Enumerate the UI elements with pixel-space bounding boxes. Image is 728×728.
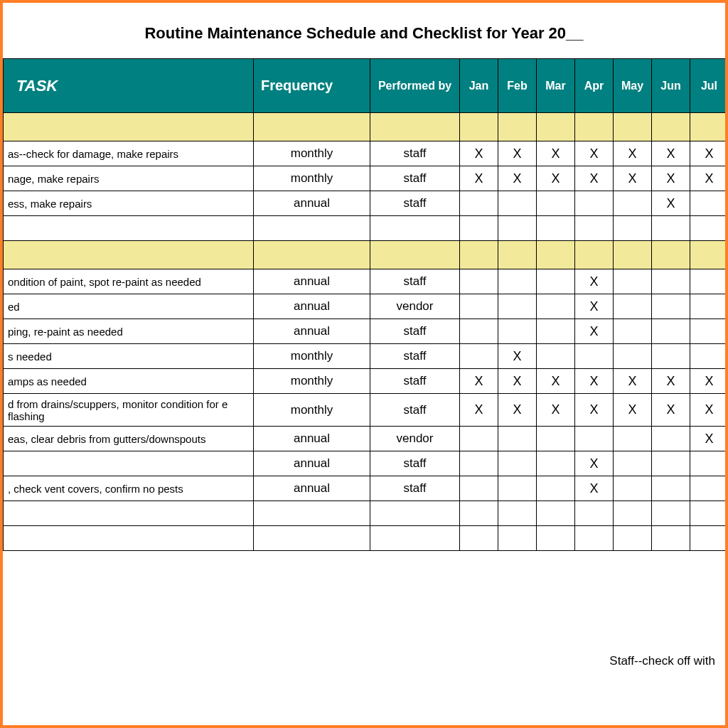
month-cell: X [690,369,729,394]
task-cell: nage, make repairs [4,166,254,191]
month-cell [690,344,729,369]
task-cell [4,501,254,526]
divider-cell [652,241,690,269]
month-cell [652,427,690,451]
task-cell: , check vent covers, confirm no pests [4,476,254,501]
month-cell [460,269,498,294]
month-cell: X [537,166,575,191]
month-cell: X [652,191,690,216]
month-cell: X [575,476,614,501]
month-cell [652,344,690,369]
header-month: Jun [652,59,690,113]
section-divider [4,241,729,269]
task-cell [4,526,254,551]
header-frequency: Frequency [254,59,370,113]
month-cell [652,294,690,319]
month-cell: X [537,394,575,427]
table-row: edannualvendorX [4,294,729,319]
month-cell [614,216,652,241]
month-cell [498,269,537,294]
divider-cell [4,241,254,269]
header-month: Apr [575,59,614,113]
month-cell [652,476,690,501]
month-cell [614,526,652,551]
divider-cell [575,241,614,269]
divider-cell [370,113,460,141]
month-cell: X [460,166,498,191]
month-cell [537,319,575,344]
table-row: annualstaffX [4,451,729,476]
frequency-cell [254,501,370,526]
task-cell [4,451,254,476]
frequency-cell: annual [254,427,370,451]
divider-cell [575,113,614,141]
page-title: Routine Maintenance Schedule and Checkli… [3,24,725,43]
month-cell [498,501,537,526]
frequency-cell: monthly [254,394,370,427]
month-cell [460,526,498,551]
task-cell [4,216,254,241]
month-cell: X [652,166,690,191]
table-row: ess, make repairsannualstaffX [4,191,729,216]
header-month: Mar [537,59,575,113]
month-cell [614,191,652,216]
month-cell: X [690,141,729,166]
frequency-cell: annual [254,451,370,476]
month-cell [460,216,498,241]
month-cell: X [614,394,652,427]
task-cell: ondition of paint, spot re-paint as need… [4,269,254,294]
performed-by-cell: staff [370,476,460,501]
divider-cell [614,241,652,269]
month-cell: X [498,369,537,394]
header-performed-by: Performed by [370,59,460,113]
table-row [4,501,729,526]
month-cell [614,294,652,319]
divider-cell [537,113,575,141]
table-row: nage, make repairsmonthlystaffXXXXXXX [4,166,729,191]
divider-cell [690,113,729,141]
month-cell [498,319,537,344]
month-cell [537,216,575,241]
table-row [4,216,729,241]
month-cell [690,216,729,241]
month-cell [575,344,614,369]
month-cell [460,476,498,501]
month-cell [652,501,690,526]
task-cell: d from drains/scuppers, monitor conditio… [4,394,254,427]
table-row: eas, clear debris from gutters/downspout… [4,427,729,451]
task-cell: as--check for damage, make repairs [4,141,254,166]
frequency-cell: annual [254,476,370,501]
month-cell [460,191,498,216]
divider-cell [460,241,498,269]
performed-by-cell: vendor [370,427,460,451]
performed-by-cell: staff [370,191,460,216]
month-cell: X [498,141,537,166]
month-cell: X [575,269,614,294]
month-cell [652,451,690,476]
performed-by-cell: vendor [370,294,460,319]
divider-cell [537,241,575,269]
table-row: amps as neededmonthlystaffXXXXXXX [4,369,729,394]
month-cell: X [498,394,537,427]
month-cell [460,344,498,369]
month-cell [575,216,614,241]
month-cell: X [498,166,537,191]
divider-cell [4,113,254,141]
month-cell: X [690,394,729,427]
table-row: as--check for damage, make repairsmonthl… [4,141,729,166]
task-cell: amps as needed [4,369,254,394]
month-cell: X [575,451,614,476]
month-cell [537,427,575,451]
frequency-cell: monthly [254,141,370,166]
month-cell: X [690,166,729,191]
month-cell [537,526,575,551]
performed-by-cell [370,501,460,526]
task-cell: s needed [4,344,254,369]
month-cell [498,294,537,319]
month-cell [614,427,652,451]
month-cell: X [460,394,498,427]
month-cell [537,451,575,476]
frequency-cell: monthly [254,166,370,191]
month-cell [690,476,729,501]
header-month: Jul [690,59,729,113]
